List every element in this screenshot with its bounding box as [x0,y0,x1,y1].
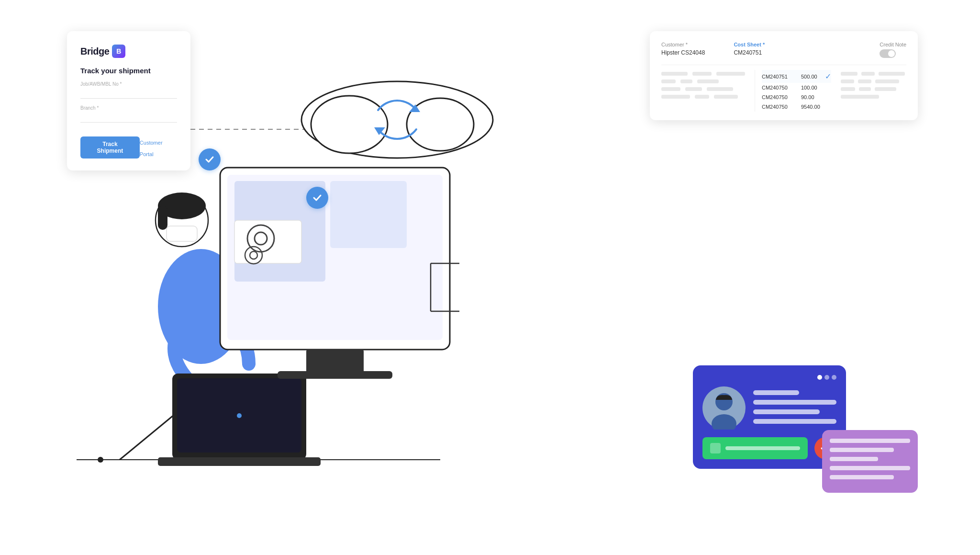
gray-block-5 [680,79,692,83]
right-gray-6 [875,79,899,83]
gray-block-2 [692,72,712,76]
dot-1 [817,375,822,380]
track-title: Track your shipment [80,67,177,75]
customer-value: Hipster CS24048 [661,49,705,56]
cost-content: CM240751 500.00 ✓ CM240750 100.00 CM2407… [661,70,906,112]
track-shipment-card: Bridge B Track your shipment Job/AWB/MBL… [67,31,190,170]
job-field-input[interactable] [80,89,177,99]
credit-note-toggle[interactable] [880,49,896,58]
cost-row-4[interactable]: CM240750 9540.00 [762,102,831,112]
gray-block-11 [695,95,709,99]
note-card [822,430,918,493]
svg-rect-12 [158,457,321,466]
branch-field-label: Branch * [80,105,177,111]
right-gray-9 [875,87,896,91]
right-gray-8 [859,87,871,91]
note-line-3 [830,457,878,461]
logo-icon: B [112,45,125,58]
cost-sheet-label: Cost Sheet * [734,42,765,47]
gray-block-8 [685,87,702,91]
gray-block-1 [661,72,688,76]
svg-point-11 [237,413,242,418]
gray-block-12 [714,95,738,99]
credit-note-label: Credit Note [880,42,906,47]
cost-code-4: CM240750 [762,104,795,110]
note-line-1 [830,439,910,443]
track-shipment-button[interactable]: Track Shipment [80,136,140,159]
customer-field-group: Customer * Hipster CS24048 [661,42,705,58]
cost-sheet-value: CM240751 [734,49,765,56]
profile-btn-bar [725,446,800,450]
cost-amount-2: 100.00 [801,85,817,91]
gray-block-10 [661,95,690,99]
check-badge-2 [306,187,328,209]
cost-row-1[interactable]: CM240751 500.00 ✓ [762,70,831,83]
svg-point-1 [98,457,103,463]
right-gray-2 [861,72,875,76]
right-bar-row-2 [841,79,906,83]
svg-rect-23 [278,371,392,379]
cost-right-bars [841,70,906,112]
cost-left-bars [661,70,745,112]
profile-card-dots [702,375,836,380]
gray-block-4 [661,79,676,83]
right-bar-row-1 [841,72,906,76]
right-gray-7 [841,87,855,91]
svg-rect-7 [158,206,167,230]
profile-btn-icon [710,443,721,453]
profile-line-4 [753,419,836,424]
gray-block-9 [707,87,733,91]
avatar-container [702,386,746,430]
cost-sheet-field-group: Cost Sheet * CM240751 [734,42,765,58]
customer-label: Customer * [661,42,705,47]
gray-block-7 [661,87,680,91]
note-line-2 [830,448,894,452]
cost-left-row-3 [661,87,745,91]
cost-row-3[interactable]: CM240750 90.00 [762,92,831,102]
cost-left-row-4 [661,95,745,99]
cost-left-row-2 [661,79,745,83]
cost-left-row-1 [661,72,745,76]
gray-block-3 [716,72,745,76]
cost-rows-container: CM240751 500.00 ✓ CM240750 100.00 CM2407… [755,70,831,112]
note-line-5 [830,475,894,479]
svg-rect-25 [330,181,407,248]
cost-code-1: CM240751 [762,74,795,79]
check-icon-1: ✓ [825,72,831,81]
cost-divider [661,65,906,65]
logo-text: Bridge [80,46,109,57]
right-gray-10 [841,95,879,99]
check-badge-1 [199,148,221,170]
customer-portal-link[interactable]: Customer Portal [140,137,177,160]
check-icon-badge-2 [312,193,323,203]
logo-area: Bridge B [80,45,177,58]
profile-line-1 [753,390,799,395]
svg-point-17 [407,98,474,151]
cost-row-2[interactable]: CM240750 100.00 [762,83,831,92]
right-bar-row-3 [841,87,906,91]
branch-field-input[interactable] [80,113,177,123]
check-icon-badge-1 [204,154,215,165]
profile-lines [753,386,836,430]
cost-sheet-card: Customer * Hipster CS24048 Cost Sheet * … [650,31,918,120]
avatar-svg [702,386,746,430]
right-gray-5 [858,79,871,83]
profile-action-button[interactable] [702,437,808,459]
cost-code-2: CM240750 [762,85,795,91]
right-gray-1 [841,72,858,76]
dot-2 [824,375,829,380]
cost-amount-4: 9540.00 [801,104,820,110]
profile-content [702,386,836,430]
credit-note-group: Credit Note [880,42,906,58]
job-field-label: Job/AWB/MBL No * [80,81,177,87]
cost-amount-3: 90.00 [801,94,814,100]
profile-line-2 [753,400,836,405]
profile-line-3 [753,409,820,414]
gray-block-6 [697,79,719,83]
cost-code-3: CM240750 [762,94,795,100]
dot-3 [832,375,836,380]
profile-action [702,437,836,459]
cost-card-header: Customer * Hipster CS24048 Cost Sheet * … [661,42,906,58]
svg-rect-22 [306,350,364,374]
right-gray-4 [841,79,854,83]
